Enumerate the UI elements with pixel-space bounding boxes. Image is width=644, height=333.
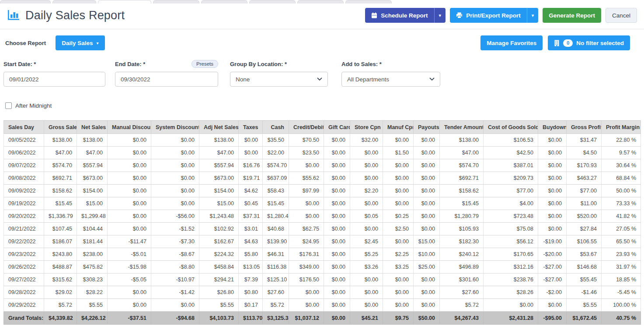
- after-midnight-checkbox[interactable]: [5, 102, 12, 109]
- table-cell: -$5.05: [108, 273, 151, 286]
- table-cell: $692.71: [440, 172, 484, 185]
- chevron-down-icon: ▾: [96, 41, 98, 46]
- table-cell: $106.53: [484, 134, 538, 147]
- table-cell: $1,336.79: [44, 210, 77, 223]
- end-date-input[interactable]: [115, 72, 218, 87]
- print-export-button[interactable]: Print/Export Report ▾: [450, 8, 538, 23]
- table-cell: $15.00: [77, 197, 108, 210]
- table-cell: $162.67: [199, 235, 239, 248]
- filter-selected-button[interactable]: 0 No filter selected: [548, 35, 630, 50]
- table-cell: $238.00: [77, 248, 108, 261]
- table-cell: $673.00: [77, 172, 108, 185]
- table-cell: $27.84: [567, 223, 602, 235]
- group-by-location-value: None: [236, 76, 250, 83]
- table-row: 09/07/2022$574.70$557.94$0.00$0.00$557.9…: [4, 159, 641, 172]
- table-cell: -$27.00: [538, 273, 567, 286]
- table-cell: $28.22: [77, 286, 108, 299]
- column-header: Net Sales: [77, 121, 108, 134]
- sales-table: Sales DayGross SalesNet SalesManual Disc…: [3, 120, 641, 325]
- table-cell: $47.00: [44, 147, 77, 159]
- table-row: 09/22/2022$186.07$181.44-$11.47-$7.30$16…: [4, 235, 641, 248]
- tab-stub[interactable]: [201, 0, 247, 4]
- print-export-caret[interactable]: ▾: [527, 8, 539, 23]
- table-cell: 9.57 %: [602, 147, 641, 159]
- table-cell: $13.05: [239, 261, 263, 273]
- building-icon: [554, 40, 560, 46]
- table-cell: $0.00: [414, 210, 440, 223]
- report-type-dropdown[interactable]: Daily Sales ▾: [56, 35, 104, 50]
- table-cell: $0.45: [239, 197, 263, 210]
- table-cell: $0.00: [289, 299, 324, 312]
- manage-favorites-button[interactable]: Manage Favorites: [480, 35, 543, 50]
- table-cell: $0.00: [151, 134, 199, 147]
- table-cell: $1,280.79: [440, 210, 484, 223]
- schedule-report-button[interactable]: Schedule Report ▾: [365, 8, 446, 23]
- table-row: 09/19/2022$15.45$15.00$0.00$0.00$15.00$0…: [4, 197, 641, 210]
- start-date-label: Start Date: *: [3, 61, 36, 67]
- table-cell: $154.00: [199, 185, 239, 197]
- bar-chart-icon: [7, 9, 20, 21]
- table-cell: $0.00: [538, 172, 567, 185]
- start-date-input[interactable]: [3, 72, 105, 87]
- table-cell: $4,339.82: [44, 312, 77, 325]
- table-cell: 09/22/2022: [4, 235, 44, 248]
- tab-stub[interactable]: [0, 0, 51, 4]
- table-cell: -$11.47: [108, 235, 151, 248]
- table-cell: $0.00: [538, 159, 567, 172]
- table-cell: $5.55: [567, 299, 602, 312]
- table-cell: $243.80: [44, 248, 77, 261]
- table-cell: $70.50: [289, 134, 324, 147]
- column-header: Cash: [263, 121, 289, 134]
- table-cell: -$94.68: [151, 312, 199, 325]
- table-cell: $0.00: [108, 286, 151, 299]
- table-row: 09/09/2022$158.62$154.00$0.00$0.00$154.0…: [4, 185, 641, 197]
- tab-stub[interactable]: [153, 0, 199, 4]
- table-cell: $19.71: [239, 172, 263, 185]
- page-title: Daily Sales Report: [25, 9, 125, 22]
- table-cell: $0.00: [324, 172, 350, 185]
- table-cell: $0.00: [324, 273, 350, 286]
- table-cell: $349.00: [289, 261, 324, 273]
- table-cell: $9.75: [383, 312, 414, 325]
- tab-stub[interactable]: [345, 0, 392, 4]
- table-cell: $53.67: [567, 248, 602, 261]
- report-type-label: Daily Sales: [62, 40, 93, 46]
- table-cell: $3.26: [350, 261, 383, 273]
- table-cell: 73.33 %: [602, 197, 641, 210]
- generate-report-button[interactable]: Generate Report: [543, 8, 601, 23]
- column-header: Buydown: [538, 121, 567, 134]
- table-cell: $24.95: [289, 235, 324, 248]
- table-cell: $15.00: [199, 197, 239, 210]
- chevron-down-icon: [317, 77, 322, 81]
- tab-stub[interactable]: [249, 0, 296, 4]
- table-cell: $488.87: [44, 261, 77, 273]
- table-cell: $0.00: [324, 261, 350, 273]
- table-cell: $0.00: [383, 286, 414, 299]
- tab-stub[interactable]: [52, 0, 96, 4]
- table-cell: $0.00: [383, 172, 414, 185]
- table-row: 09/26/2022$488.87$475.82-$15.98-$8.80$45…: [4, 261, 641, 273]
- column-header: Payouts: [414, 121, 440, 134]
- table-row: 09/23/2022$243.80$238.00-$5.01-$8.67$224…: [4, 248, 641, 261]
- table-cell: $146.68: [567, 261, 602, 273]
- table-cell: 65.50 %: [602, 235, 641, 248]
- after-midnight-label: After Midnight: [15, 102, 52, 109]
- table-cell: $0.00: [108, 172, 151, 185]
- table-cell: $106.55: [567, 235, 602, 248]
- cancel-button[interactable]: Cancel: [606, 8, 637, 23]
- table-cell: $35.50: [263, 134, 289, 147]
- add-to-sales-label: Add to Sales: *: [341, 61, 382, 67]
- table-cell: $496.89: [440, 261, 484, 273]
- table-cell: $0.00: [151, 197, 199, 210]
- group-by-location-select[interactable]: None: [230, 72, 328, 87]
- table-row: 09/21/2022$107.45$104.44$0.00-$1.52$102.…: [4, 223, 641, 235]
- schedule-report-caret[interactable]: ▾: [434, 8, 446, 23]
- table-cell: $0.00: [108, 299, 151, 312]
- presets-button[interactable]: Presets: [191, 60, 218, 68]
- table-cell: $176.50: [289, 273, 324, 286]
- table-cell: $77.00: [484, 185, 538, 197]
- column-header: Adj Net Sales: [199, 121, 239, 134]
- tab-stub[interactable]: [297, 0, 344, 4]
- tab-stub-active[interactable]: [98, 0, 151, 4]
- add-to-sales-select[interactable]: All Departments: [341, 72, 440, 87]
